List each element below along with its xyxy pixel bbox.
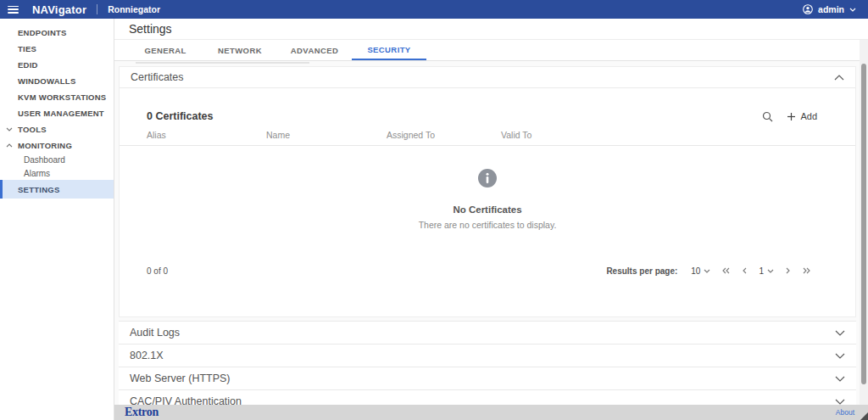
sidebar-item-ties[interactable]: TIES bbox=[0, 41, 114, 57]
sidebar-item-user-management[interactable]: USER MANAGEMENT bbox=[0, 105, 114, 121]
tab-general[interactable]: GENERAL bbox=[128, 40, 203, 60]
chevron-down-icon bbox=[849, 8, 856, 12]
results-per-page-select[interactable]: 10 bbox=[691, 266, 710, 276]
results-per-page-label: Results per page: bbox=[606, 266, 677, 276]
sidebar-item-edid[interactable]: EDID bbox=[0, 57, 114, 73]
certificates-accordion-header[interactable]: Certificates bbox=[120, 67, 855, 88]
section-title: Web Server (HTTPS) bbox=[130, 372, 231, 384]
sidebar-item-dashboard[interactable]: Dashboard bbox=[0, 154, 114, 167]
sidebar-item-label: TIES bbox=[18, 44, 36, 53]
sidebar-subitem-label: SETTINGS bbox=[18, 185, 60, 194]
certificates-section: Certificates 0 Certificates bbox=[119, 66, 856, 317]
user-menu[interactable]: admin bbox=[803, 4, 856, 14]
top-navbar: NAVigator Ronniegator admin bbox=[0, 0, 868, 19]
cac-piv-accordion-header[interactable]: CAC/PIV Authentication bbox=[119, 390, 856, 405]
web-server-accordion-header[interactable]: Web Server (HTTPS) bbox=[119, 367, 856, 390]
add-button-label: Add bbox=[800, 111, 817, 121]
column-header-alias: Alias bbox=[147, 130, 266, 140]
previous-page-button[interactable] bbox=[742, 267, 748, 274]
sidebar-subitem-label: Alarms bbox=[24, 169, 50, 178]
sidebar-item-kvm-workstations[interactable]: KVM WORKSTATIONS bbox=[0, 89, 114, 105]
chevron-down-icon bbox=[835, 399, 845, 405]
vertical-scrollbar-thumb[interactable] bbox=[861, 64, 866, 384]
certificates-panel: 0 Certificates Add Al bbox=[120, 109, 855, 316]
empty-state: No Certificates There are no certificate… bbox=[120, 169, 855, 230]
clipped-scrolled-content bbox=[136, 62, 309, 64]
topbar-divider bbox=[97, 4, 97, 14]
chevron-down-icon bbox=[835, 353, 845, 359]
sidebar-item-monitoring[interactable]: MONITORING bbox=[0, 137, 114, 154]
security-sections: Audit Logs 802.1X Web Server (HTTPS) CAC… bbox=[119, 321, 856, 405]
sidebar-item-settings[interactable]: SETTINGS bbox=[0, 180, 114, 199]
app-title: NAVigator bbox=[32, 3, 86, 16]
section-title: Certificates bbox=[131, 71, 184, 83]
footer-bar: Extron About bbox=[114, 405, 868, 420]
username-label: admin bbox=[818, 4, 844, 14]
first-page-button[interactable] bbox=[721, 267, 731, 274]
current-page-value: 1 bbox=[759, 266, 764, 276]
sidebar-item-endpoints[interactable]: ENDPOINTS bbox=[0, 25, 114, 41]
chevron-up-icon bbox=[6, 143, 13, 148]
section-title: CAC/PIV Authentication bbox=[130, 395, 242, 405]
next-page-button[interactable] bbox=[785, 267, 791, 274]
chevron-down-icon bbox=[6, 127, 13, 132]
tab-advanced[interactable]: ADVANCED bbox=[277, 40, 352, 60]
about-link[interactable]: About bbox=[836, 408, 854, 417]
device-name: Ronniegator bbox=[108, 4, 160, 14]
extron-logo: Extron bbox=[125, 406, 159, 419]
certificates-count: 0 Certificates bbox=[147, 110, 214, 122]
column-header-name: Name bbox=[266, 130, 387, 140]
scrollbar-corner bbox=[860, 412, 868, 420]
pagination-range: 0 of 0 bbox=[147, 266, 168, 276]
sidebar-item-label: WINDOWALLS bbox=[18, 76, 75, 86]
chevron-up-icon bbox=[834, 75, 844, 81]
chevron-down-icon bbox=[767, 269, 774, 273]
sidebar-nav: ENDPOINTS TIES EDID WINDOWALLS KVM WORKS… bbox=[0, 19, 114, 420]
user-avatar-icon bbox=[803, 4, 813, 14]
main-content: Settings GENERAL NETWORK ADVANCED SECURI… bbox=[114, 19, 868, 420]
sidebar-item-tools[interactable]: TOOLS bbox=[0, 121, 114, 137]
page-title: Settings bbox=[129, 22, 172, 36]
empty-state-title: No Certificates bbox=[120, 204, 855, 215]
search-icon[interactable] bbox=[762, 111, 773, 122]
sidebar-item-label: MONITORING bbox=[18, 141, 72, 150]
vertical-scrollbar-track[interactable] bbox=[860, 40, 868, 405]
sidebar-item-label: EDID bbox=[18, 60, 38, 70]
empty-state-message: There are no certificates to display. bbox=[120, 220, 855, 230]
plus-icon bbox=[787, 112, 796, 121]
chevron-down-icon bbox=[835, 330, 845, 336]
menu-icon[interactable] bbox=[8, 6, 19, 14]
section-title: 802.1X bbox=[130, 350, 164, 361]
tab-security[interactable]: SECURITY bbox=[352, 40, 426, 60]
column-header-valid-to: Valid To bbox=[501, 130, 828, 140]
audit-logs-accordion-header[interactable]: Audit Logs bbox=[119, 322, 856, 344]
add-certificate-button[interactable]: Add bbox=[787, 111, 817, 121]
certificates-list-header: 0 Certificates Add bbox=[120, 109, 855, 124]
sidebar-item-label: TOOLS bbox=[18, 125, 47, 134]
pagination-bar: 0 of 0 Results per page: 10 bbox=[120, 262, 855, 279]
sidebar-item-alarms[interactable]: Alarms bbox=[0, 167, 114, 181]
certificates-table-header: Alias Name Assigned To Valid To bbox=[120, 124, 855, 146]
sidebar-item-label: KVM WORKSTATIONS bbox=[18, 92, 106, 102]
settings-scroll-area: Certificates 0 Certificates bbox=[114, 61, 860, 405]
tab-network[interactable]: NETWORK bbox=[203, 40, 277, 60]
8021x-accordion-header[interactable]: 802.1X bbox=[119, 344, 856, 367]
last-page-button[interactable] bbox=[802, 267, 811, 274]
page-header: Settings bbox=[114, 19, 868, 40]
sidebar-subitem-label: Dashboard bbox=[24, 155, 65, 165]
page-select[interactable]: 1 bbox=[759, 266, 774, 276]
per-page-value: 10 bbox=[691, 266, 700, 276]
sidebar-item-label: ENDPOINTS bbox=[18, 28, 67, 37]
info-icon bbox=[478, 169, 497, 188]
sidebar-item-windowalls[interactable]: WINDOWALLS bbox=[0, 73, 114, 89]
chevron-down-icon bbox=[835, 376, 845, 382]
sidebar-item-label: USER MANAGEMENT bbox=[18, 109, 104, 118]
settings-tabs: GENERAL NETWORK ADVANCED SECURITY bbox=[114, 40, 868, 61]
column-header-assigned-to: Assigned To bbox=[387, 130, 501, 140]
chevron-down-icon bbox=[704, 269, 710, 273]
section-title: Audit Logs bbox=[130, 327, 180, 339]
